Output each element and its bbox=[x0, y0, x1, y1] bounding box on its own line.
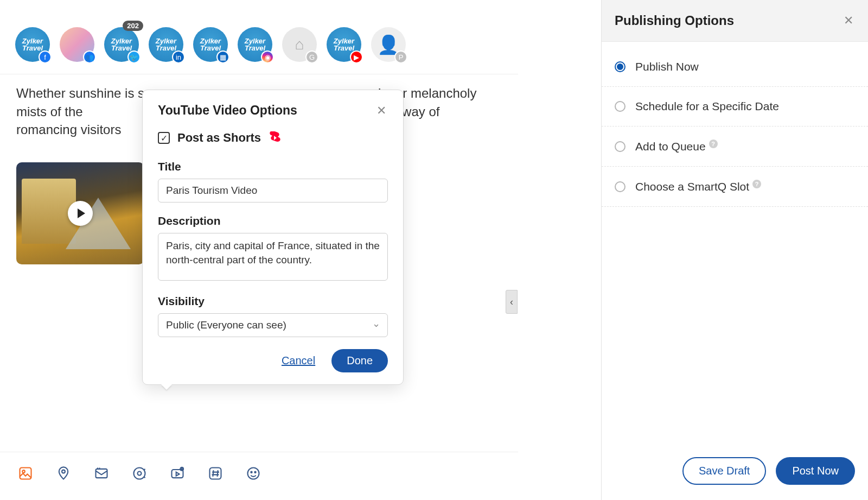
description-textarea[interactable] bbox=[158, 233, 388, 281]
svg-point-2 bbox=[62, 470, 65, 473]
title-input[interactable] bbox=[158, 179, 388, 202]
add-to-queue-option[interactable]: Add to Queue? bbox=[602, 126, 868, 167]
publishing-options-title: Publishing Options bbox=[615, 13, 734, 28]
video-attachment-thumbnail[interactable] bbox=[16, 162, 144, 264]
post-as-shorts-row[interactable]: ✓ Post as Shorts bbox=[158, 131, 388, 145]
play-icon bbox=[68, 201, 93, 226]
youtube-shorts-icon bbox=[269, 131, 282, 144]
twitter-icon: 🐦 bbox=[127, 50, 141, 64]
title-label: Title bbox=[158, 160, 388, 173]
channel-twitter[interactable]: ZylkerTravel 202 🐦 bbox=[104, 27, 139, 62]
help-icon[interactable]: ? bbox=[709, 140, 718, 148]
post-as-shorts-checkbox[interactable]: ✓ bbox=[158, 132, 170, 144]
radio-icon bbox=[615, 141, 626, 152]
channel-instagram[interactable]: ZylkerTravel ◉ bbox=[238, 27, 272, 62]
title-field-group: Title bbox=[158, 160, 388, 202]
facebook-icon: f bbox=[39, 50, 52, 64]
linkedin-page-icon: ▦ bbox=[216, 50, 229, 64]
visibility-select[interactable]: Public (Everyone can see) bbox=[158, 313, 388, 337]
channel-linkedin-page[interactable]: ZylkerTravel ▦ bbox=[193, 27, 228, 62]
media-picker-button[interactable] bbox=[16, 464, 35, 483]
first-comment-button[interactable] bbox=[92, 464, 111, 483]
schedule-specific-date-option[interactable]: Schedule for a Specific Date bbox=[602, 87, 868, 126]
radio-icon bbox=[615, 181, 626, 192]
svg-point-9 bbox=[251, 472, 252, 473]
cancel-button[interactable]: Cancel bbox=[282, 355, 315, 367]
save-draft-button[interactable]: Save Draft bbox=[682, 457, 766, 485]
avatar-label: ZylkerTravel bbox=[334, 37, 354, 52]
linkedin-icon: in bbox=[172, 50, 185, 64]
video-options-button[interactable] bbox=[168, 464, 187, 483]
youtube-video-options-modal: YouTube Video Options ✕ ✓ Post as Shorts… bbox=[142, 90, 404, 385]
avatar-label: ZylkerTravel bbox=[200, 37, 221, 52]
visibility-label: Visibility bbox=[158, 295, 388, 308]
avatar-label: ZylkerTravel bbox=[245, 37, 265, 52]
publishing-options-header: Publishing Options ✕ bbox=[602, 0, 868, 42]
avatar-label: ZylkerTravel bbox=[111, 37, 132, 52]
post-now-button[interactable]: Post Now bbox=[776, 457, 855, 485]
option-label: Publish Now bbox=[635, 60, 699, 73]
option-label: Add to Queue? bbox=[635, 140, 718, 153]
channel-google-business[interactable]: ⌂ G bbox=[282, 27, 317, 62]
modal-header: YouTube Video Options ✕ bbox=[158, 103, 388, 118]
alt-text-button[interactable] bbox=[130, 464, 149, 483]
svg-point-4 bbox=[138, 472, 142, 476]
avatar-label: ZylkerTravel bbox=[156, 37, 176, 52]
svg-point-1 bbox=[22, 470, 25, 473]
svg-point-8 bbox=[248, 468, 259, 479]
youtube-icon: ▶ bbox=[350, 50, 363, 64]
google-icon: G bbox=[305, 50, 318, 64]
compose-toolbar bbox=[0, 452, 518, 500]
description-label: Description bbox=[158, 214, 388, 227]
channel-selector-row: ZylkerTravel f 👥 ZylkerTravel 202 🐦 Zylk… bbox=[0, 0, 518, 74]
done-button[interactable]: Done bbox=[331, 349, 388, 372]
channel-youtube[interactable]: ZylkerTravel ▶ bbox=[327, 27, 361, 62]
radio-selected-icon bbox=[615, 61, 626, 72]
post-as-shorts-label: Post as Shorts bbox=[177, 131, 261, 145]
channel-linkedin[interactable]: ZylkerTravel in bbox=[149, 27, 183, 62]
character-count-badge: 202 bbox=[123, 21, 143, 31]
group-icon: 👥 bbox=[83, 50, 96, 64]
avatar-label: ZylkerTravel bbox=[22, 37, 43, 52]
location-placeholder-icon: ⌂ bbox=[295, 36, 304, 53]
instagram-icon: ◉ bbox=[261, 50, 274, 64]
panel-action-buttons: Save Draft Post Now bbox=[682, 457, 855, 485]
publish-now-option[interactable]: Publish Now bbox=[602, 47, 868, 87]
help-icon[interactable]: ? bbox=[752, 180, 761, 188]
svg-rect-0 bbox=[20, 468, 31, 479]
channel-facebook-group[interactable]: 👥 bbox=[60, 27, 94, 62]
svg-point-10 bbox=[254, 472, 256, 473]
description-field-group: Description bbox=[158, 214, 388, 283]
modal-close-button[interactable]: ✕ bbox=[375, 104, 388, 117]
collapse-panel-handle[interactable]: ‹ bbox=[506, 290, 518, 314]
radio-icon bbox=[615, 101, 626, 112]
emoji-button[interactable] bbox=[244, 464, 263, 483]
modal-actions: Cancel Done bbox=[158, 349, 388, 372]
channel-pinterest[interactable]: 👤 P bbox=[371, 27, 406, 62]
option-label: Choose a SmartQ Slot? bbox=[635, 180, 761, 193]
svg-point-3 bbox=[134, 468, 145, 479]
svg-rect-7 bbox=[210, 468, 221, 479]
panel-close-button[interactable]: ✕ bbox=[842, 14, 855, 27]
visibility-field-group: Visibility Public (Everyone can see) bbox=[158, 295, 388, 337]
pinterest-icon: P bbox=[394, 50, 407, 64]
publishing-options-panel: Publishing Options ✕ Publish Now Schedul… bbox=[601, 0, 868, 500]
modal-pointer-arrow bbox=[161, 384, 172, 390]
channel-facebook[interactable]: ZylkerTravel f bbox=[15, 27, 50, 62]
publishing-options-list: Publish Now Schedule for a Specific Date… bbox=[602, 42, 868, 212]
hashtag-button[interactable] bbox=[206, 464, 225, 483]
option-label: Schedule for a Specific Date bbox=[635, 100, 779, 113]
modal-title: YouTube Video Options bbox=[158, 103, 297, 118]
location-button[interactable] bbox=[54, 464, 73, 483]
post-text-fragment: Whether sunshine is sp bbox=[16, 86, 151, 100]
smartq-slot-option[interactable]: Choose a SmartQ Slot? bbox=[602, 167, 868, 207]
